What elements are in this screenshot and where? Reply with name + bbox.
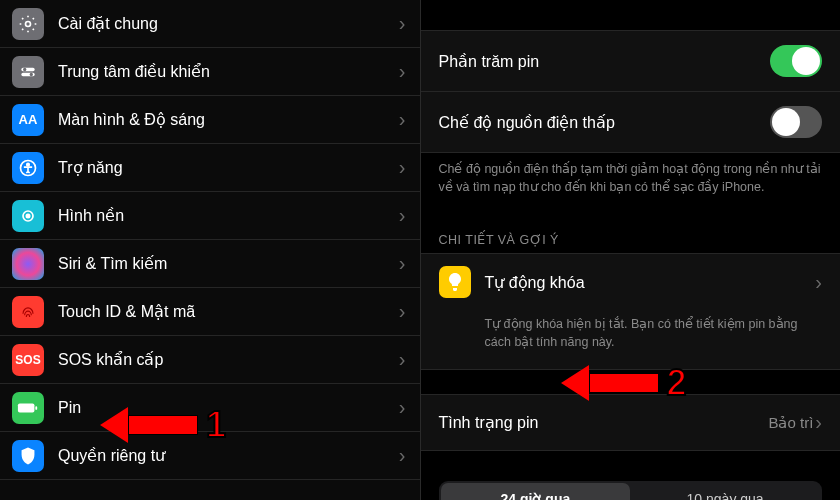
battery-percent-row[interactable]: Phần trăm pin xyxy=(421,31,841,92)
settings-row-accessibility[interactable]: Trợ năng › xyxy=(0,144,420,192)
svg-point-3 xyxy=(23,67,26,70)
seg-24h[interactable]: 24 giờ qua xyxy=(441,483,631,500)
low-power-label: Chế độ nguồn điện thấp xyxy=(439,113,615,132)
chevron-right-icon: › xyxy=(399,12,406,35)
chevron-right-icon: › xyxy=(399,300,406,323)
low-power-note: Chế độ nguồn điện thấp tạm thời giảm hoạ… xyxy=(421,153,841,214)
privacy-icon xyxy=(12,440,44,472)
sos-icon: SOS xyxy=(12,344,44,376)
tips-section-header: CHI TIẾT VÀ GỢI Ý xyxy=(421,214,841,253)
battery-health-value: Bảo trì › xyxy=(768,411,822,434)
battery-toggle-group: Phần trăm pin Chế độ nguồn điện thấp xyxy=(421,30,841,153)
battery-detail-pane: Phần trăm pin Chế độ nguồn điện thấp Chế… xyxy=(421,0,841,500)
chevron-right-icon: › xyxy=(399,108,406,131)
settings-row-general[interactable]: Cài đặt chung › xyxy=(0,0,420,48)
time-range-segmented[interactable]: 24 giờ qua 10 ngày qua xyxy=(439,481,823,500)
svg-rect-9 xyxy=(18,403,34,412)
chevron-right-icon: › xyxy=(399,396,406,419)
svg-point-4 xyxy=(30,72,33,75)
row-label: Hình nền xyxy=(58,206,399,225)
svg-rect-10 xyxy=(35,406,37,410)
settings-row-siri[interactable]: Siri & Tìm kiếm › xyxy=(0,240,420,288)
annotation-arrow-1: 1 xyxy=(100,404,226,446)
chevron-right-icon: › xyxy=(399,444,406,467)
chevron-right-icon: › xyxy=(399,156,406,179)
chevron-right-icon: › xyxy=(399,348,406,371)
accessibility-icon xyxy=(12,152,44,184)
chevron-right-icon: › xyxy=(815,411,822,434)
chevron-right-icon: › xyxy=(399,204,406,227)
annotation-number-1: 1 xyxy=(206,404,226,446)
row-label: SOS khẩn cấp xyxy=(58,350,399,369)
tip-autolock-row[interactable]: Tự động khóa › xyxy=(421,253,841,310)
display-icon: AA xyxy=(12,104,44,136)
row-label: Quyền riêng tư xyxy=(58,446,399,465)
fingerprint-icon xyxy=(12,296,44,328)
lightbulb-icon xyxy=(439,266,471,298)
chevron-right-icon: › xyxy=(399,60,406,83)
row-label: Trợ năng xyxy=(58,158,399,177)
settings-row-wallpaper[interactable]: Hình nền › xyxy=(0,192,420,240)
gear-icon xyxy=(12,8,44,40)
low-power-toggle[interactable] xyxy=(770,106,822,138)
settings-row-control-center[interactable]: Trung tâm điều khiển › xyxy=(0,48,420,96)
annotation-arrow-2: 2 xyxy=(561,362,687,404)
settings-row-display[interactable]: AA Màn hình & Độ sáng › xyxy=(0,96,420,144)
chevron-right-icon: › xyxy=(815,271,822,294)
row-label: Siri & Tìm kiếm xyxy=(58,254,399,273)
svg-point-0 xyxy=(26,21,31,26)
battery-icon xyxy=(12,392,44,424)
battery-health-label: Tình trạng pin xyxy=(439,413,539,432)
tip-description: Tự động khóa hiện bị tắt. Bạn có thể tiế… xyxy=(421,310,841,370)
settings-list-pane: Cài đặt chung › Trung tâm điều khiển › A… xyxy=(0,0,421,500)
chevron-right-icon: › xyxy=(399,252,406,275)
row-label: Cài đặt chung xyxy=(58,14,399,33)
siri-icon xyxy=(12,248,44,280)
battery-percent-toggle[interactable] xyxy=(770,45,822,77)
svg-point-8 xyxy=(26,214,29,217)
svg-point-6 xyxy=(27,163,30,166)
row-label: Trung tâm điều khiển xyxy=(58,62,399,81)
control-center-icon xyxy=(12,56,44,88)
row-label: Màn hình & Độ sáng xyxy=(58,110,399,129)
tip-title: Tự động khóa xyxy=(485,273,802,292)
wallpaper-icon xyxy=(12,200,44,232)
settings-row-sos[interactable]: SOS SOS khẩn cấp › xyxy=(0,336,420,384)
low-power-row[interactable]: Chế độ nguồn điện thấp xyxy=(421,92,841,152)
row-label: Touch ID & Mật mã xyxy=(58,302,399,321)
seg-10d[interactable]: 10 ngày qua xyxy=(630,483,820,500)
annotation-number-2: 2 xyxy=(667,362,687,404)
battery-percent-label: Phần trăm pin xyxy=(439,52,540,71)
settings-row-touchid[interactable]: Touch ID & Mật mã › xyxy=(0,288,420,336)
